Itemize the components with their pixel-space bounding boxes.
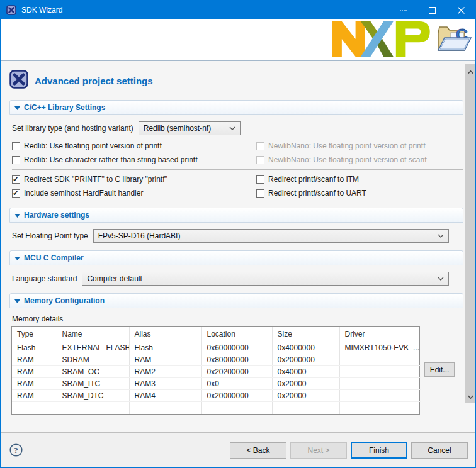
table-row[interactable]: RAM SRAM_OC RAM2 0x20200000 0x40000 [12,365,421,377]
checkbox-newlibnano-float-scanf[interactable]: NewlibNano: Use floating point version o… [256,153,455,167]
floating-point-label: Set Floating Point type [12,231,88,240]
checkbox-box [256,189,264,198]
column-header-driver[interactable]: Driver [339,327,421,342]
page-title: Advanced project settings [35,75,153,86]
checkbox-box [256,156,264,164]
next-button[interactable]: Next > [290,442,347,459]
language-standard-label: Language standard [12,274,77,283]
mcuxpresso-x-icon [9,70,28,91]
collapse-triangle-icon [14,252,20,264]
checkbox-box [256,142,264,150]
section-hardware-settings-header[interactable]: Hardware settings [9,208,463,223]
section-title: Memory Configuration [24,296,105,305]
checkbox-box [256,176,264,184]
section-title: MCU C Compiler [24,254,84,262]
column-header-size[interactable]: Size [272,327,339,342]
edit-button[interactable]: Edit... [424,362,455,377]
maximize-button[interactable] [417,1,446,20]
checkbox-redlib-char-printf[interactable]: Redlib: Use character rather than string… [12,153,247,167]
library-type-combobox[interactable]: Redlib (semihost-nf) [139,121,241,135]
section-library-settings-header[interactable]: C/C++ Library Settings [9,100,463,115]
column-header-type[interactable]: Type [12,327,57,342]
column-header-location[interactable]: Location [201,327,272,342]
scroll-up-icon[interactable] [468,65,473,77]
language-standard-value: Compiler default [87,274,434,283]
table-empty-row [12,401,421,414]
vertical-scrollbar[interactable] [465,64,475,403]
window-title: SDK Wizard [21,6,388,14]
checkbox-redirect-sdk-printf[interactable]: Redirect SDK "PRINTF" to C library "prin… [12,172,247,186]
chevron-down-icon [438,234,444,238]
chevron-down-icon [438,277,444,281]
checkbox-box [12,189,20,198]
app-x-icon [6,5,16,15]
collapse-triangle-icon [14,295,20,306]
table-row[interactable]: Flash EXTERNAL_FLASH Flash 0x60000000 0x… [12,342,421,354]
finish-button[interactable]: Finish [351,442,407,459]
checkbox-box [12,156,20,164]
column-header-alias[interactable]: Alias [129,327,201,342]
table-row[interactable]: RAM SRAM_DTC RAM4 0x20000000 0x20000 [12,389,421,401]
collapse-triangle-icon [14,209,20,221]
wizard-page-content: Advanced project settings C/C++ Library … [1,61,475,432]
wizard-banner: C [1,20,475,61]
table-row[interactable]: RAM SDRAM RAM 0x80000000 0x2000000 [12,354,421,365]
language-standard-combobox[interactable]: Compiler default [82,272,449,286]
memory-table: Type Name Alias Location Size Driver Fla… [11,326,420,415]
checkbox-redirect-uart[interactable]: Redirect printf/scanf to UART [256,186,455,200]
section-title: C/C++ Library Settings [24,103,105,112]
checkbox-newlibnano-float-printf[interactable]: NewlibNano: Use floating point version o… [256,139,455,153]
title-bar: SDK Wizard [1,1,475,20]
minimize-button[interactable] [388,1,417,20]
c-project-folder-icon: C [434,21,472,59]
checkbox-redlib-float-printf[interactable]: Redlib: Use floating point version of pr… [12,139,247,153]
scroll-down-icon[interactable] [468,390,473,401]
floating-point-combobox[interactable]: FPv5-SP-D16 (HardABI) [93,229,449,243]
library-type-value: Redlib (semihost-nf) [144,124,225,133]
section-memory-configuration-header[interactable]: Memory Configuration [9,293,463,308]
table-row[interactable]: RAM SRAM_ITC RAM3 0x0 0x20000 [12,377,421,389]
checkbox-redirect-itm[interactable]: Redirect printf/scanf to ITM [256,172,455,186]
cancel-button[interactable]: Cancel [411,442,468,459]
nxp-logo [331,21,431,60]
dialog-button-bar: ? < Back Next > Finish Cancel [1,432,475,467]
help-button[interactable]: ? [9,443,23,457]
close-button[interactable] [446,1,475,20]
sdk-wizard-dialog: SDK Wizard [0,0,476,468]
svg-text:?: ? [14,445,18,455]
checkbox-semihost-hardfault[interactable]: Include semihost HardFault handler [12,186,247,200]
column-header-name[interactable]: Name [57,327,129,342]
back-button[interactable]: < Back [230,442,286,459]
checkbox-box [12,176,20,184]
memory-details-label: Memory details [12,315,463,323]
section-title: Hardware settings [24,211,89,220]
memory-table-header-row: Type Name Alias Location Size Driver [12,327,421,342]
page-heading: Advanced project settings [9,70,463,91]
collapse-triangle-icon [14,102,20,113]
section-mcu-c-compiler-header[interactable]: MCU C Compiler [9,250,463,265]
checkbox-box [12,142,20,150]
floating-point-value: FPv5-SP-D16 (HardABI) [98,231,434,240]
library-type-label: Set library type (and hosting variant) [12,124,133,133]
chevron-down-icon [229,126,235,130]
